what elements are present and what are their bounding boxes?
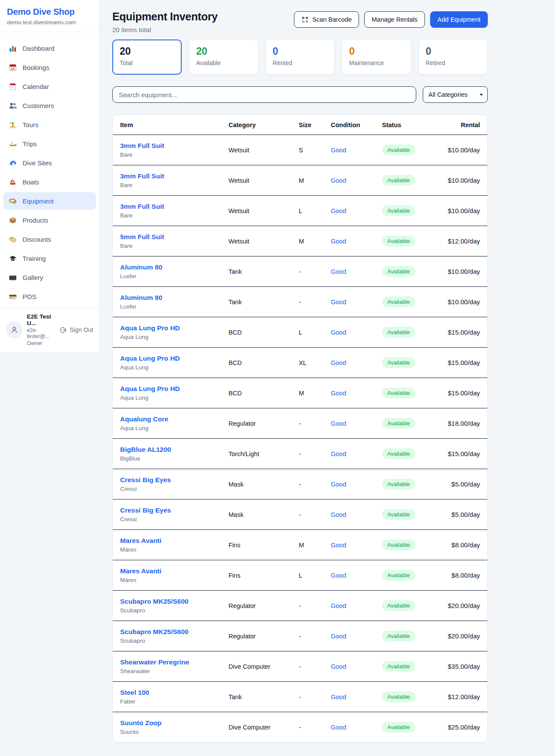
condition-link[interactable]: Good	[331, 572, 382, 579]
sidebar-item-dashboard[interactable]: Dashboard	[3, 39, 96, 57]
item-name-link[interactable]: Steel 100	[120, 689, 229, 697]
table-row: BigBlue AL1200 BigBlue Torch/Light - Goo…	[113, 439, 487, 469]
item-name-link[interactable]: 3mm Full Suit	[120, 172, 229, 180]
item-name-link[interactable]: Suunto Zoop	[120, 719, 229, 727]
sidebar-item-label: Gallery	[23, 274, 43, 281]
condition-link[interactable]: Good	[331, 450, 382, 457]
stat-card-maintenance[interactable]: 0 Maintenance	[342, 39, 411, 75]
camera-icon	[9, 273, 17, 282]
sidebar-item-products[interactable]: Products	[3, 211, 96, 229]
status-cell: Available	[382, 691, 445, 702]
size-cell: L	[299, 207, 331, 214]
item-name-link[interactable]: 3mm Full Suit	[120, 142, 229, 150]
condition-link[interactable]: Good	[331, 724, 382, 731]
condition-link[interactable]: Good	[331, 177, 382, 184]
table-row: 3mm Full Suit Bare Wetsuit L Good Availa…	[113, 196, 487, 226]
condition-link[interactable]: Good	[331, 390, 382, 397]
stat-value: 0	[273, 46, 327, 57]
item-brand: Luxfer	[120, 273, 229, 279]
sidebar-item-equipment[interactable]: Equipment	[3, 192, 96, 210]
status-cell: Available	[382, 266, 445, 277]
item-cell: 3mm Full Suit Bare	[120, 142, 229, 158]
condition-link[interactable]: Good	[331, 602, 382, 609]
item-name-link[interactable]: Cressi Big Eyes	[120, 476, 229, 484]
sidebar-item-trips[interactable]: Trips	[3, 135, 96, 152]
condition-link[interactable]: Good	[331, 663, 382, 670]
condition-link[interactable]: Good	[331, 633, 382, 640]
sidebar-item-gallery[interactable]: Gallery	[3, 269, 96, 286]
sidebar-item-calendar[interactable]: Calendar	[3, 78, 96, 95]
item-name-link[interactable]: Scubapro MK25/S600	[120, 598, 229, 605]
stat-card-available[interactable]: 20 Available	[189, 39, 258, 75]
table-row: Scubapro MK25/S600 Scubapro Regulator - …	[113, 621, 487, 651]
condition-link[interactable]: Good	[331, 207, 382, 214]
stat-card-rented[interactable]: 0 Rented	[265, 39, 335, 75]
category-cell: Regulator	[229, 420, 299, 427]
sign-out-button[interactable]: Sign Out	[60, 326, 93, 334]
sidebar-item-discounts[interactable]: Discounts	[3, 230, 96, 248]
condition-link[interactable]: Good	[331, 542, 382, 549]
brand-name[interactable]: Demo Dive Shop	[7, 7, 92, 17]
category-cell: Wetsuit	[229, 177, 299, 184]
item-name-link[interactable]: Aqua Lung Pro HD	[120, 385, 229, 393]
user-card: E2E Test U... e2e-tester@... Owner Sign …	[0, 308, 99, 352]
category-cell: Dive Computer	[229, 663, 299, 670]
condition-link[interactable]: Good	[331, 268, 382, 275]
item-brand: Suunto	[120, 729, 229, 735]
item-cell: Aqua Lung Pro HD Aqua Lung	[120, 355, 229, 371]
column-header-item: Item	[120, 122, 229, 128]
item-cell: 5mm Full Suit Bare	[120, 233, 229, 249]
condition-link[interactable]: Good	[331, 329, 382, 336]
item-name-link[interactable]: Aluminum 80	[120, 263, 229, 271]
item-name-link[interactable]: Aluminum 80	[120, 294, 229, 302]
item-name-link[interactable]: Aqua Lung Pro HD	[120, 324, 229, 332]
sidebar-item-customers[interactable]: Customers	[3, 97, 96, 114]
condition-link[interactable]: Good	[331, 481, 382, 488]
item-name-link[interactable]: 5mm Full Suit	[120, 233, 229, 241]
item-name-link[interactable]: Mares Avanti	[120, 537, 229, 545]
item-name-link[interactable]: Aqualung Core	[120, 415, 229, 423]
status-cell: Available	[382, 388, 445, 398]
item-name-link[interactable]: 3mm Full Suit	[120, 203, 229, 210]
condition-link[interactable]: Good	[331, 147, 382, 154]
scan-barcode-button[interactable]: Scan Barcode	[294, 11, 359, 28]
rental-cell: $5.00/day	[445, 480, 480, 488]
sidebar-item-bookings[interactable]: 17 Bookings	[3, 59, 96, 76]
graduation-cap-icon	[9, 254, 17, 263]
item-name-link[interactable]: Shearwater Peregrine	[120, 658, 229, 666]
item-name-link[interactable]: Aqua Lung Pro HD	[120, 355, 229, 362]
condition-link[interactable]: Good	[331, 359, 382, 366]
add-equipment-button[interactable]: Add Equipment	[430, 11, 488, 28]
item-brand: Mares	[120, 577, 229, 583]
condition-link[interactable]: Good	[331, 511, 382, 518]
condition-link[interactable]: Good	[331, 299, 382, 306]
item-name-link[interactable]: Scubapro MK25/S600	[120, 628, 229, 636]
item-name-link[interactable]: BigBlue AL1200	[120, 446, 229, 454]
status-cell: Available	[382, 479, 445, 490]
stat-card-total[interactable]: 20 Total	[112, 39, 182, 75]
item-name-link[interactable]: Mares Avanti	[120, 567, 229, 575]
sidebar-item-dive-sites[interactable]: Dive Sites	[3, 154, 96, 171]
item-name-link[interactable]: Cressi Big Eyes	[120, 506, 229, 514]
manage-rentals-button[interactable]: Manage Rentals	[364, 11, 425, 28]
condition-link[interactable]: Good	[331, 420, 382, 427]
table-row: 5mm Full Suit Bare Wetsuit M Good Availa…	[113, 226, 487, 256]
svg-text:17: 17	[11, 67, 15, 70]
sidebar-item-pos[interactable]: POS	[3, 288, 96, 305]
category-cell: Wetsuit	[229, 238, 299, 245]
rental-cell: $10.00/day	[445, 298, 480, 306]
size-cell: S	[299, 147, 331, 154]
page-header: Equipment Inventory 20 items total Scan …	[112, 10, 488, 33]
sidebar-item-training[interactable]: Training	[3, 250, 96, 267]
item-brand: Aqua Lung	[120, 394, 229, 401]
category-select[interactable]: All Categories	[423, 86, 488, 103]
sidebar-item-label: Bookings	[23, 64, 49, 71]
condition-link[interactable]: Good	[331, 238, 382, 245]
sidebar-item-tours[interactable]: Tours	[3, 116, 96, 133]
condition-link[interactable]: Good	[331, 694, 382, 700]
search-input[interactable]	[112, 86, 416, 103]
status-badge: Available	[382, 691, 415, 702]
sidebar-item-boats[interactable]: Boats	[3, 173, 96, 191]
stat-card-retired[interactable]: 0 Retired	[418, 39, 488, 75]
size-cell: M	[299, 542, 331, 549]
